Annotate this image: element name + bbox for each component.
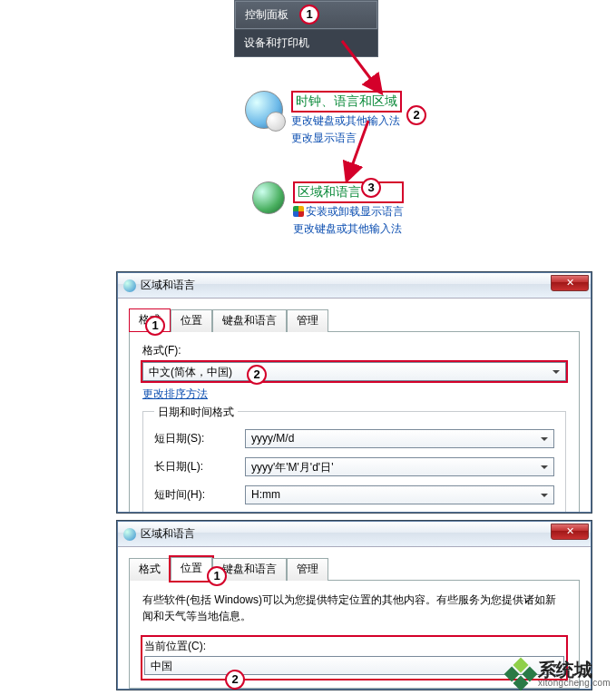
step-badge-3: 3 <box>361 178 381 198</box>
dialog2-badge-1: 1 <box>207 566 227 586</box>
svg-line-1 <box>348 121 368 176</box>
dialog-title-1: 区域和语言 <box>141 278 551 293</box>
arrow-2 <box>341 116 386 189</box>
dialog1-badge-1: 1 <box>145 316 165 336</box>
dialog1-badge-2: 2 <box>247 365 267 385</box>
dialog-icon-2 <box>123 528 136 541</box>
watermark-brand: 系统城 <box>538 661 611 679</box>
tab-admin-1[interactable]: 管理 <box>287 309 328 332</box>
tabs-2: 格式 位置 键盘和语言 管理 <box>129 556 580 581</box>
tabpage-format: 格式(F): 中文(简体，中国) 更改排序方法 日期和时间格式 短日期(S): … <box>129 332 580 513</box>
step-badge-2: 2 <box>406 105 426 125</box>
cp-category-region-language: 区域和语言 安装或卸载显示语言 更改键盘或其他输入法 <box>252 181 404 238</box>
short-date-combo[interactable]: yyyy/M/d <box>245 429 554 448</box>
arrow-1 <box>337 36 392 100</box>
dialog2-badge-2: 2 <box>225 670 245 690</box>
tab-keyboard-1[interactable]: 键盘和语言 <box>212 309 287 332</box>
titlebar-2: 区域和语言 ✕ <box>118 522 591 547</box>
watermark-url: xitongcheng.com <box>538 679 611 688</box>
datetime-fieldset: 日期和时间格式 短日期(S): yyyy/M/d 长日期(L): yyyy'年'… <box>142 411 566 513</box>
short-time-label: 短时间(H): <box>154 487 245 503</box>
tab-format-2[interactable]: 格式 <box>129 558 171 581</box>
watermark: 系统城 xitongcheng.com <box>509 661 611 688</box>
close-button-1[interactable]: ✕ <box>551 275 589 291</box>
clock-globe-icon <box>245 91 283 129</box>
current-location-combo[interactable]: 中国 <box>144 656 564 675</box>
dialog-icon <box>123 279 136 292</box>
dialog-title-2: 区域和语言 <box>141 526 551 542</box>
dialog-region-language-1: 区域和语言 ✕ 格式 位置 键盘和语言 管理 格式(F): 中文(简体，中国) … <box>117 272 592 513</box>
current-location-label: 当前位置(C): <box>144 639 564 654</box>
svg-line-0 <box>342 41 378 89</box>
long-date-label: 长日期(L): <box>154 459 245 475</box>
short-date-label: 短日期(S): <box>154 431 245 446</box>
titlebar-1: 区域和语言 ✕ <box>118 273 591 299</box>
link-change-sort[interactable]: 更改排序方法 <box>142 387 208 400</box>
close-button-2[interactable]: ✕ <box>551 524 589 540</box>
globe-icon <box>252 181 285 214</box>
tabs-1: 格式 位置 键盘和语言 管理 <box>129 308 580 332</box>
cp-link-change-keyboard-2[interactable]: 更改键盘或其他输入法 <box>293 220 404 238</box>
format-label: 格式(F): <box>142 343 566 358</box>
long-date-combo[interactable]: yyyy'年'M'月'd'日' <box>245 457 554 476</box>
step-badge-1: 1 <box>299 5 319 24</box>
watermark-logo-icon <box>504 658 538 691</box>
datetime-legend: 日期和时间格式 <box>154 405 238 420</box>
tab-location-1[interactable]: 位置 <box>171 309 212 332</box>
location-desc: 有些软件(包括 Windows)可以为您提供特定位置的其他内容。有些服务为您提供… <box>142 592 566 624</box>
cp-link-install-display-lang[interactable]: 安装或卸载显示语言 <box>293 203 404 220</box>
tab-admin-2[interactable]: 管理 <box>287 558 328 581</box>
format-combo[interactable]: 中文(简体，中国) <box>142 362 566 381</box>
uac-shield-icon <box>293 206 304 217</box>
short-time-combo[interactable]: H:mm <box>245 485 554 504</box>
